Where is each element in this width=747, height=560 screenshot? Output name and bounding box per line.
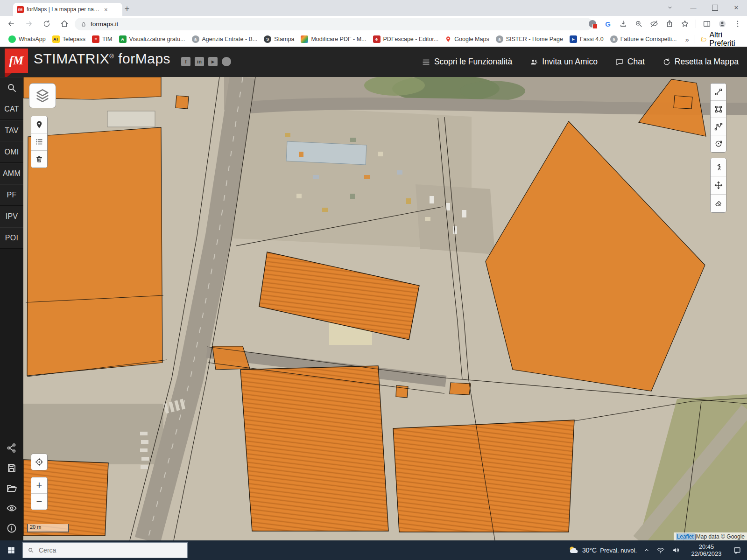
bookmark-visualizzatore-gratu-[interactable]: AVisualizzatore gratu... [116,34,188,44]
bookmark-star-icon[interactable] [680,19,690,28]
action-center-icon[interactable] [733,546,741,554]
address-bar[interactable]: formaps.it [75,18,592,30]
reset-icon [662,58,671,66]
new-tab-button[interactable]: + [120,2,134,15]
leaflet-link[interactable]: Leaflet [676,533,695,540]
window-close-button[interactable]: ✕ [726,0,747,15]
sidebar-item-tav[interactable]: TAV [0,120,23,141]
bookmark-whatsapp[interactable]: WhatsApp [6,34,49,44]
chat-icon [615,58,624,66]
wifi-icon[interactable] [656,546,665,554]
measure-circle-button[interactable] [711,135,726,152]
window-maximize-button[interactable] [704,0,726,15]
marker-icon [35,120,43,129]
eye-icon [6,503,17,514]
formaps-logo[interactable]: fM [5,49,28,73]
zoom-icon[interactable] [634,19,643,28]
layers-icon [35,88,50,104]
reload-icon[interactable] [40,17,53,30]
blog-icon[interactable] [222,57,231,66]
bookmark-pdfescape-editor-[interactable]: ePDFescape - Editor... [370,34,442,44]
browser-tab-strip: fM forMaps | La mappa per navigar × + — … [0,0,747,16]
bookmark-stampa[interactable]: SStampa [261,34,297,44]
menu-invita-amico[interactable]: Invita un Amico [530,57,598,67]
taskbar-search[interactable] [22,542,188,558]
install-icon[interactable] [619,19,628,28]
google-extension-icon-glyph: G [605,20,611,28]
bookmark-icon: A [119,35,127,43]
bookmark-modificare-pdf-m-[interactable]: Modificare PDF - M... [298,34,369,44]
zoom-in-button[interactable]: + [31,477,47,494]
tab-close-icon[interactable]: × [104,6,108,13]
youtube-icon[interactable]: ▶ [208,57,218,66]
sidebar-item-poi[interactable]: POI [0,227,23,249]
sidebar-share-button[interactable] [0,439,23,457]
zoom-out-button[interactable]: − [31,494,47,510]
menu-chat[interactable]: Chat [615,57,645,67]
marker-button[interactable] [31,116,47,133]
bookmark-fassi-4-0[interactable]: FFassi 4.0 [567,34,606,44]
measure-line-icon [714,88,723,96]
list-button[interactable] [31,133,47,151]
menu-scopri-funzionalita[interactable]: Scopri le Funzionalità [422,57,512,67]
menu-resetta-mappa[interactable]: Resetta la Mappa [662,57,739,67]
bookmark-fatture-e-corrispetti-[interactable]: aFatture e Corrispetti... [607,34,680,44]
eye-off-icon [650,20,658,28]
bookmark-google-maps[interactable]: Google Maps [442,35,492,44]
header-menu: Scopri le Funzionalità Invita un Amico C… [422,47,739,77]
pan-button[interactable] [711,176,726,195]
star-icon [681,20,689,28]
layers-control[interactable] [29,83,56,108]
sidebar-eye-button[interactable] [0,499,23,518]
facebook-icon[interactable]: f [181,57,190,66]
profile-avatar[interactable] [718,19,727,28]
sidebar-item-omi[interactable]: OMI [0,141,23,163]
taskbar-search-input[interactable] [38,546,161,554]
bookmarks-overflow-icon[interactable]: » [685,35,689,43]
bookmark-icon [301,35,308,43]
sidebar-save-button[interactable] [0,459,23,477]
linkedin-icon[interactable]: in [195,57,204,66]
measure-path-button[interactable] [711,118,726,135]
sidebar-item-cat[interactable]: CAT [0,98,23,120]
password-extension-icon[interactable] [588,19,597,28]
measure-line-button[interactable] [711,84,726,101]
speaker-icon[interactable] [671,546,680,554]
side-panel-icon[interactable] [702,19,712,28]
start-button[interactable] [0,540,22,560]
forward-icon[interactable] [22,17,35,30]
taskbar-weather[interactable]: 30°C Preval. nuvol. [568,545,637,556]
hidden-icon[interactable] [649,19,659,28]
sidebar-item-amm[interactable]: AMM [0,163,23,184]
bookmark-agenzia-entrate-b-[interactable]: aAgenzia Entrate - B... [189,34,261,44]
locate-control[interactable] [31,454,48,470]
sidebar-open-folder-button[interactable] [0,479,23,497]
menu-kebab-icon[interactable] [733,19,742,28]
bookmark-telepass[interactable]: ATTelepass [49,34,88,44]
window-minimize-button[interactable]: — [683,0,704,15]
sidebar-info-button[interactable] [0,519,23,538]
bookmark-sister-home-page[interactable]: aSISTER - Home Page [493,34,566,44]
bookmark-tim[interactable]: ≡TIM [89,34,115,44]
map-viewport[interactable]: + − 20 m Leaflet | Map data © Google [23,77,747,540]
google-extension-icon[interactable]: G [603,19,613,28]
select-feature-button[interactable] [711,158,726,176]
home-icon[interactable] [58,17,71,30]
windows-taskbar: 30°C Preval. nuvol. 20:45 22/06/2023 [0,540,747,560]
sidebar-item-ipv[interactable]: IPV [0,206,23,227]
sidebar-item-pf[interactable]: PF [0,184,23,206]
google-maps-pin-icon [445,36,451,42]
share-icon[interactable] [665,19,674,28]
tab-search-chevron-icon[interactable] [659,0,681,15]
eraser-button[interactable] [711,195,726,212]
browser-tab[interactable]: fM forMaps | La mappa per navigar × [13,3,122,16]
taskbar-clock[interactable]: 20:45 22/06/2023 [686,543,726,557]
trash-button[interactable] [31,151,47,168]
bookmark-label: Modificare PDF - M... [311,36,366,42]
brand-title: STIMATRIX® forMaps [34,51,170,67]
edit-polygon-button[interactable] [711,101,726,118]
tray-chevron-up-icon[interactable] [643,547,650,553]
sidebar-search-button[interactable] [0,77,23,98]
back-icon[interactable] [5,17,18,30]
other-favorites[interactable]: Altri Preferiti [701,31,747,48]
